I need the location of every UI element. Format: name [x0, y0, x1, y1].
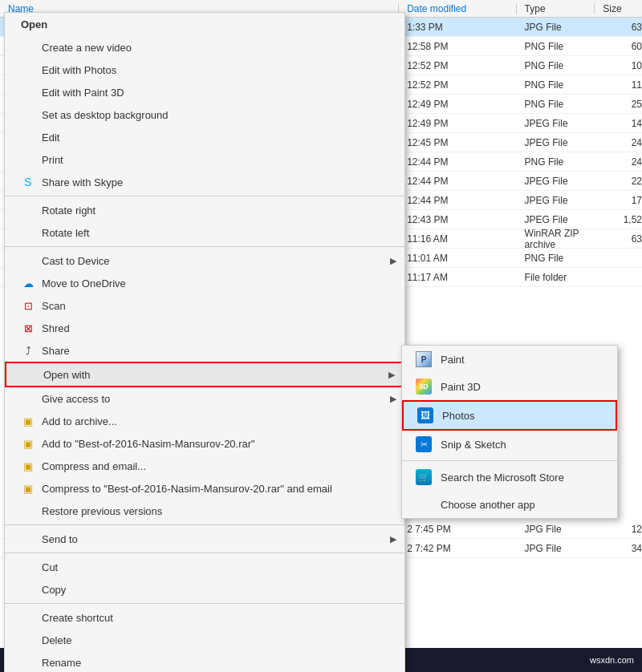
file-size: 22	[595, 176, 642, 187]
choose-app-icon	[415, 496, 433, 513]
submenu-paint3d[interactable]: 3D Paint 3D	[402, 373, 617, 400]
paint3d-app-icon	[21, 85, 35, 99]
file-size: 34	[595, 543, 642, 554]
ctx-share-skype[interactable]: S Share with Skype	[5, 171, 404, 193]
submenu-choose-app[interactable]: Choose another app	[402, 491, 617, 518]
ctx-print[interactable]: Print	[5, 148, 404, 171]
ctx-restore-versions[interactable]: Restore previous versions	[5, 500, 404, 522]
ctx-compress-bestof-email[interactable]: ▣ Compress to "Best-of-2016-Nasim-Mansur…	[5, 477, 404, 500]
ctx-share[interactable]: ⤴ Share	[5, 339, 404, 362]
file-size: 24	[595, 156, 642, 168]
ctx-open[interactable]: Open	[5, 13, 404, 36]
ctx-add-archive[interactable]: ▣ Add to archive...	[5, 410, 404, 432]
ctx-create-shortcut[interactable]: Create shortcut	[5, 606, 404, 629]
tray-text: wsxdn.com	[590, 655, 638, 665]
ctx-move-onedrive[interactable]: ☁ Move to OneDrive	[5, 272, 404, 294]
file-date: 12:43 PM	[399, 214, 516, 225]
file-date: 11:01 AM	[399, 253, 516, 264]
submenu-search-store[interactable]: 🛒 Search the Microsoft Store	[402, 464, 617, 491]
scan-icon: ⊡	[21, 298, 35, 313]
ctx-give-access[interactable]: Give access to ▶	[5, 387, 404, 410]
edit-icon	[21, 130, 35, 144]
file-date: 12:49 PM	[399, 118, 516, 129]
compress-icon: ▣	[21, 459, 35, 473]
file-date: 2 7:42 PM	[399, 543, 516, 554]
ctx-rotate-left[interactable]: Rotate left	[5, 221, 404, 244]
ctx-edit[interactable]: Edit	[5, 126, 404, 148]
submenu-snip[interactable]: ✂ Snip & Sketch	[402, 431, 617, 458]
video-icon	[21, 40, 35, 55]
ctx-set-desktop[interactable]: Set as desktop background	[5, 103, 404, 126]
file-date: 1:33 PM	[399, 22, 516, 33]
file-date: 12:49 PM	[399, 99, 516, 110]
file-type: JPEG File	[517, 137, 595, 148]
context-menu: Open Create a new video Edit with Photos…	[4, 12, 405, 672]
submenu-photos[interactable]: 🖼 Photos	[402, 400, 617, 431]
ctx-compress-email[interactable]: ▣ Compress and email...	[5, 455, 404, 477]
give-access-icon	[21, 391, 35, 406]
restore-icon	[21, 504, 35, 518]
file-type: JPEG File	[517, 176, 595, 187]
paint3d-app-icon: 3D	[415, 378, 433, 395]
file-size: 10	[595, 60, 642, 71]
file-type: PNG File	[517, 253, 595, 264]
print-icon	[21, 152, 35, 167]
file-type: PNG File	[517, 156, 595, 168]
snip-app-icon: ✂	[415, 435, 433, 453]
submenu-paint[interactable]: P Paint	[402, 346, 617, 373]
ctx-scan[interactable]: ⊡ Scan	[5, 294, 404, 317]
file-date: 2 7:45 PM	[399, 524, 516, 535]
store-icon: 🛒	[415, 468, 433, 486]
file-date: 11:16 AM	[399, 233, 516, 245]
ctx-rotate-right[interactable]: Rotate right	[5, 199, 404, 221]
file-date: 12:58 PM	[399, 41, 516, 52]
ctx-create-video[interactable]: Create a new video	[5, 36, 404, 59]
archive-icon: ▣	[21, 414, 35, 428]
ctx-send-to[interactable]: Send to ▶	[5, 528, 404, 550]
ctx-cast-device[interactable]: Cast to Device ▶	[5, 249, 404, 272]
file-type: WinRAR ZIP archive	[517, 228, 595, 250]
file-date: 11:17 AM	[399, 272, 516, 283]
file-type: JPG File	[517, 22, 595, 33]
submenu-arrow-access: ▶	[390, 394, 396, 404]
file-type: JPEG File	[517, 195, 595, 206]
submenu-open-with: P Paint 3D Paint 3D 🖼 Photos ✂ Snip & Sk…	[401, 345, 618, 519]
open-with-icon	[22, 367, 37, 382]
ctx-cut[interactable]: Cut	[5, 556, 404, 578]
file-size: 25	[595, 99, 642, 110]
ctx-edit-photos[interactable]: Edit with Photos	[5, 59, 404, 81]
photos-app-sub-icon: 🖼	[416, 407, 434, 424]
separator-5	[5, 603, 404, 604]
file-type: PNG File	[517, 60, 595, 71]
ctx-edit-paint3d[interactable]: Edit with Paint 3D	[5, 81, 404, 103]
file-type: JPEG File	[517, 118, 595, 129]
file-type: JPG File	[517, 543, 595, 554]
file-type: JPG File	[517, 524, 595, 535]
paint-app-icon: P	[415, 350, 433, 368]
photos-app-icon	[21, 63, 35, 77]
file-date: 12:52 PM	[399, 60, 516, 71]
file-date: 12:45 PM	[399, 137, 516, 148]
submenu-separator	[402, 460, 617, 461]
submenu-arrow-open-with: ▶	[388, 370, 395, 380]
ctx-shred[interactable]: ⊠ Shred	[5, 317, 404, 339]
archive2-icon: ▣	[21, 436, 35, 451]
file-size: 12	[595, 524, 642, 535]
desktop-icon	[21, 107, 35, 122]
ctx-delete[interactable]: Delete	[5, 629, 404, 651]
ctx-copy[interactable]: Copy	[5, 578, 404, 601]
file-date: 12:52 PM	[399, 79, 516, 91]
ctx-open-with[interactable]: Open with ▶	[5, 362, 404, 387]
compress2-icon: ▣	[21, 481, 35, 496]
file-size: 60	[595, 41, 642, 52]
file-size: 63	[595, 233, 642, 245]
rotate-right-icon	[21, 203, 35, 217]
ctx-add-bestof[interactable]: ▣ Add to "Best-of-2016-Nasim-Mansurov-20…	[5, 432, 404, 455]
separator-2	[5, 246, 404, 247]
submenu-arrow-send: ▶	[390, 534, 396, 544]
shortcut-icon	[21, 610, 35, 625]
separator-4	[5, 553, 404, 553]
ctx-rename[interactable]: Rename	[5, 651, 404, 672]
file-size: 1,52	[595, 214, 642, 225]
separator-1	[5, 196, 404, 196]
